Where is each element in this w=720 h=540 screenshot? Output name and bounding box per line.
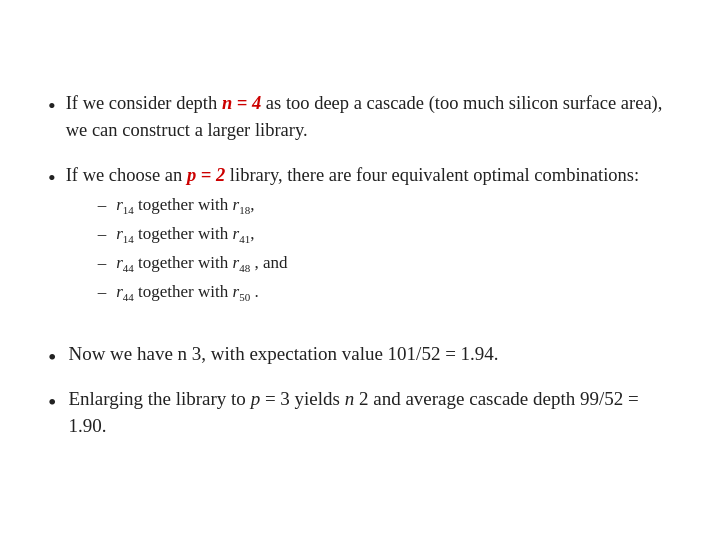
sub-dash-4: –	[98, 279, 107, 305]
slide-content: • If we consider depth n = 4 as too deep…	[0, 0, 720, 540]
bottom-bullets-container: • Now we have n 3, with expectation valu…	[48, 340, 672, 450]
bullet-dot-1: •	[48, 90, 56, 122]
bullet-text-1: If we consider depth n = 4 as too deep a…	[66, 90, 672, 144]
bullet-1: • If we consider depth n = 4 as too deep…	[48, 90, 672, 144]
sub-text-2: r14 together with r41,	[116, 221, 254, 248]
bullet-text-2: If we choose an p = 2 library, there are…	[66, 162, 639, 189]
sub-bullet-2: – r14 together with r41,	[98, 221, 639, 248]
sub-text-4: r44 together with r50 .	[116, 279, 258, 306]
bullet-dot-2: •	[48, 162, 56, 194]
sub-text-1: r14 together with r18,	[116, 192, 254, 219]
sub-bullet-4: – r44 together with r50 .	[98, 279, 639, 306]
sub-text-3: r44 together with r48 , and	[116, 250, 287, 277]
bottom-bullet-text-1: Now we have n 3, with expectation value …	[68, 340, 498, 368]
bullet-2: • If we choose an p = 2 library, there a…	[48, 162, 672, 312]
bottom-bullet-2: • Enlarging the library to p = 3 yields …	[48, 385, 672, 440]
sub-bullet-1: – r14 together with r18,	[98, 192, 639, 219]
sub-dash-3: –	[98, 250, 107, 276]
sub-dash-2: –	[98, 221, 107, 247]
sub-bullet-3: – r44 together with r48 , and	[98, 250, 639, 277]
bottom-bullet-text-2: Enlarging the library to p = 3 yields n …	[68, 385, 672, 440]
bottom-bullet-1: • Now we have n 3, with expectation valu…	[48, 340, 672, 375]
highlight-p2: p = 2	[187, 165, 225, 185]
highlight-n4: n = 4	[222, 93, 261, 113]
large-bullet-dot-2: •	[48, 385, 56, 420]
sub-bullets-container: – r14 together with r18, – r14 together …	[98, 192, 639, 308]
sub-dash-1: –	[98, 192, 107, 218]
large-bullet-dot-1: •	[48, 340, 56, 375]
